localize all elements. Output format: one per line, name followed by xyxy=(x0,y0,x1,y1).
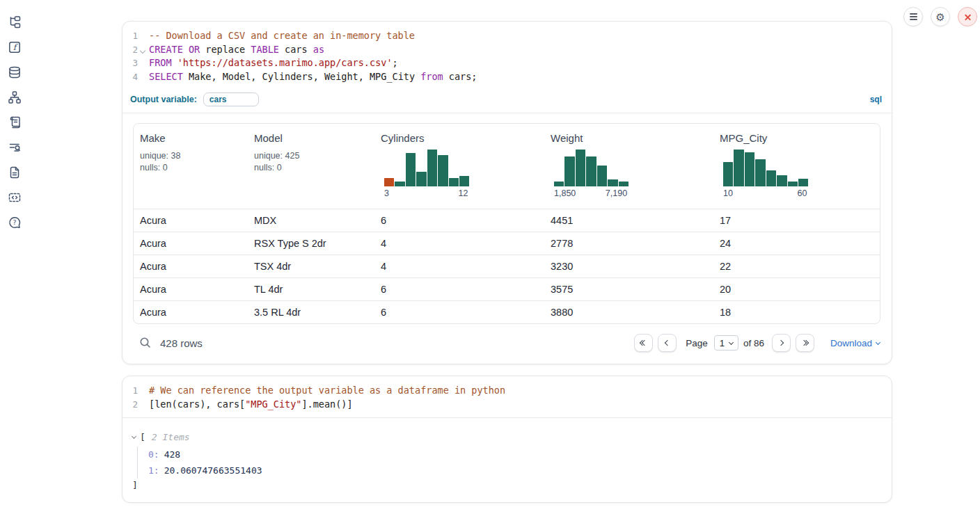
histogram-bar xyxy=(459,176,469,186)
last-page-button[interactable] xyxy=(796,334,814,352)
table-cell: 22 xyxy=(713,255,880,277)
unique-count: unique: 38 xyxy=(140,150,242,162)
first-page-button[interactable] xyxy=(634,334,653,352)
table-cell: Acura xyxy=(134,232,248,255)
variables-icon[interactable]: f xyxy=(8,40,22,54)
gear-icon: ⚙ xyxy=(935,12,945,22)
sql-code-editor[interactable]: 1-- Download a CSV and create an in-memo… xyxy=(122,22,892,90)
page-label: Page xyxy=(686,338,708,348)
documentation-icon[interactable] xyxy=(8,166,22,179)
page-total: of 86 xyxy=(743,338,764,348)
help-icon[interactable]: ? xyxy=(8,216,22,230)
histogram-bar xyxy=(406,153,416,186)
code-token: cars xyxy=(279,44,313,55)
table-cell: Acura xyxy=(134,278,248,300)
histogram-bar xyxy=(734,150,743,186)
python-cell: 1# We can reference the output variable … xyxy=(122,376,892,503)
scratchpad-icon[interactable] xyxy=(8,115,22,129)
histogram-bars xyxy=(554,149,629,186)
table-cell: 6 xyxy=(374,278,544,300)
table-cell: 3230 xyxy=(544,255,713,277)
table-row: AcuraRSX Type S 2dr4277824 xyxy=(134,232,880,255)
code-line[interactable]: 1# We can reference the output variable … xyxy=(122,384,892,398)
code-line[interactable]: 2[len(cars), cars["MPG_City"].mean()] xyxy=(122,398,892,412)
histogram-bar xyxy=(766,170,776,186)
python-output: [ 2 Items 0:4281:20.060747663551403 ] xyxy=(122,418,892,502)
code-line[interactable]: 4SELECT Make, Model, Cylinders, Weight, … xyxy=(122,70,892,84)
data-sources-icon[interactable] xyxy=(8,65,22,79)
page-select-value: 1 xyxy=(720,338,725,348)
code-line[interactable]: 1-- Download a CSV and create an in-memo… xyxy=(122,29,892,43)
python-code-editor[interactable]: 1# We can reference the output variable … xyxy=(122,376,892,418)
column-header[interactable]: MPG_City1060 xyxy=(713,124,880,209)
histogram-bar xyxy=(608,179,617,186)
column-name: Weight xyxy=(551,132,708,144)
table-body: AcuraMDX6445117AcuraRSX Type S 2dr427782… xyxy=(134,209,880,323)
collapse-chevron-icon[interactable] xyxy=(132,433,136,438)
chevrons-left-icon xyxy=(640,341,647,345)
histogram-bars xyxy=(723,149,808,186)
table-cell: 3880 xyxy=(544,301,713,323)
histogram-bar xyxy=(597,166,607,186)
code-token: from xyxy=(420,71,443,82)
file-explorer-icon[interactable] xyxy=(8,15,22,29)
code-token xyxy=(172,57,177,68)
table-cell: 4 xyxy=(374,232,544,255)
column-name: MPG_City xyxy=(720,132,874,144)
next-page-button[interactable] xyxy=(772,334,791,352)
code-line[interactable]: 2CREATE OR replace TABLE cars as xyxy=(122,43,892,57)
table-cell: 24 xyxy=(713,232,880,255)
column-histogram: 1,8507,190 xyxy=(554,149,708,198)
line-number: 3 xyxy=(122,56,138,70)
prev-page-button[interactable] xyxy=(658,334,677,352)
histogram-bar xyxy=(438,155,448,186)
histogram-bar xyxy=(798,179,808,186)
settings-button[interactable]: ⚙ xyxy=(931,7,950,26)
column-name: Cylinders xyxy=(381,132,539,144)
column-header[interactable]: Makeunique: 38nulls: 0 xyxy=(134,124,248,209)
shutdown-button[interactable] xyxy=(958,7,977,26)
dependencies-icon[interactable] xyxy=(8,90,22,104)
notebook-main: 1-- Download a CSV and create an in-memo… xyxy=(122,0,892,503)
column-histogram: 312 xyxy=(384,149,539,198)
histogram-bars xyxy=(384,149,469,186)
table-header: Makeunique: 38nulls: 0Modelunique: 425nu… xyxy=(134,124,880,209)
download-button[interactable]: Download xyxy=(830,338,880,348)
histogram-bar xyxy=(416,172,426,186)
code-text: SELECT Make, Model, Cylinders, Weight, M… xyxy=(138,70,477,84)
tree-item: 1:20.060747663551403 xyxy=(148,462,880,478)
histogram-bar xyxy=(777,175,787,186)
tree-item: 0:428 xyxy=(148,446,880,462)
output-variable-row: Output variable: sql xyxy=(122,90,892,113)
table-row: AcuraTSX 4dr4323022 xyxy=(134,255,880,277)
code-token: 'https://datasets.marimo.app/cars.csv' xyxy=(177,57,393,68)
search-icon[interactable] xyxy=(139,336,152,350)
column-header[interactable]: Modelunique: 425nulls: 0 xyxy=(248,124,374,209)
code-token: [len(cars), cars[ xyxy=(149,399,245,410)
axis-min-label: 1,850 xyxy=(554,188,576,198)
chevron-down-icon xyxy=(729,339,734,344)
page-select[interactable]: 1 xyxy=(714,335,738,351)
code-line[interactable]: 3FROM 'https://datasets.marimo.app/cars.… xyxy=(122,56,892,70)
column-header[interactable]: Weight1,8507,190 xyxy=(544,124,713,209)
table-cell: 4451 xyxy=(544,209,713,232)
axis-max-label: 7,190 xyxy=(606,188,627,198)
download-label: Download xyxy=(830,338,872,348)
code-token: SELECT xyxy=(149,71,183,82)
axis-max-label: 12 xyxy=(458,188,468,198)
open-bracket: [ xyxy=(140,432,145,442)
tree-root: [ 2 Items xyxy=(132,430,880,444)
output-variable-input[interactable] xyxy=(203,92,259,106)
column-name: Make xyxy=(140,132,242,144)
histogram-bar xyxy=(745,152,754,186)
table-cell: 2778 xyxy=(544,232,713,255)
logs-icon[interactable] xyxy=(8,140,22,154)
tree-items: 0:4281:20.060747663551403 xyxy=(137,446,880,478)
null-count: nulls: 0 xyxy=(140,162,242,174)
column-header[interactable]: Cylinders312 xyxy=(374,124,544,209)
histogram-bar xyxy=(395,182,404,186)
histogram-axis-labels: 1060 xyxy=(723,188,808,198)
menu-button[interactable] xyxy=(903,7,923,26)
snippets-icon[interactable] xyxy=(8,191,22,204)
item-value: 428 xyxy=(164,449,180,460)
